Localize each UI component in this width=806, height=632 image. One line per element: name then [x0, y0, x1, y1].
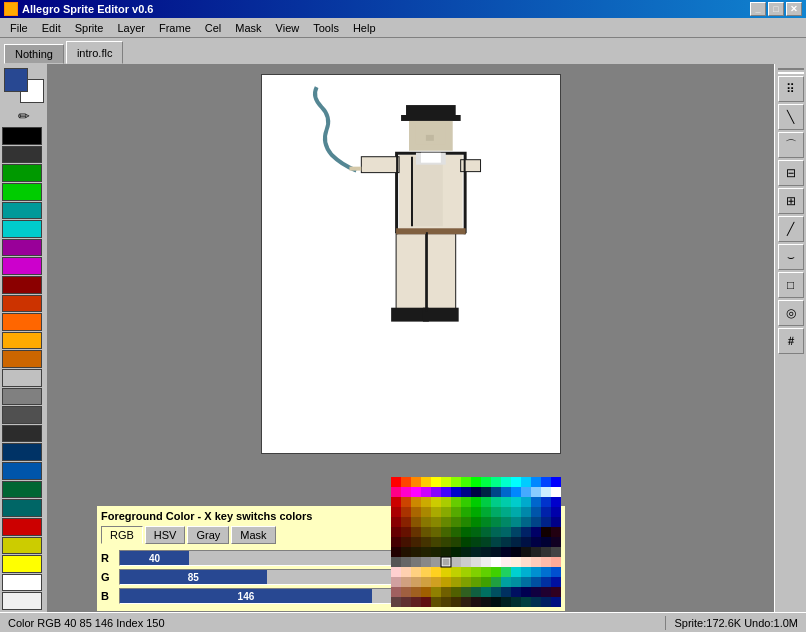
palette-color-19[interactable]: [2, 481, 42, 499]
menu-item-view[interactable]: View: [270, 20, 306, 36]
menu-item-frame[interactable]: Frame: [153, 20, 197, 36]
palette-color-5[interactable]: [2, 220, 42, 238]
color-tabs: RGBHSVGrayMask: [101, 526, 276, 544]
tab-0[interactable]: Nothing: [4, 44, 64, 64]
palette-color-12[interactable]: [2, 350, 42, 368]
palette-color-20[interactable]: [2, 499, 42, 517]
palette-color-15[interactable]: [2, 406, 42, 424]
menu-item-mask[interactable]: Mask: [229, 20, 267, 36]
tool-arc[interactable]: ⌣: [778, 244, 804, 270]
menu-item-help[interactable]: Help: [347, 20, 382, 36]
palette-color-2[interactable]: [2, 164, 42, 182]
palette-color-14[interactable]: [2, 388, 42, 406]
svg-rect-23: [426, 232, 428, 311]
svg-rect-8: [413, 157, 443, 227]
color-tab-rgb[interactable]: RGB: [101, 526, 143, 544]
palette-color-21[interactable]: [2, 518, 42, 536]
palette-color-0[interactable]: [2, 127, 42, 145]
status-right: Sprite:172.6K Undo:1.0M: [674, 617, 798, 629]
minimize-button[interactable]: _: [750, 2, 766, 16]
svg-rect-20: [396, 228, 466, 234]
app-title: Allegro Sprite Editor v0.6: [22, 3, 153, 15]
title-bar: Allegro Sprite Editor v0.6 _ □ ✕: [0, 0, 806, 18]
palette-color-1[interactable]: [2, 146, 42, 164]
color-editor: Foreground Color - X key switchs colors …: [96, 504, 566, 612]
svg-rect-11: [396, 232, 426, 311]
palette-color-17[interactable]: [2, 443, 42, 461]
app-icon: [4, 2, 18, 16]
svg-rect-16: [396, 153, 398, 234]
tab-bar: Nothingintro.flc: [0, 38, 806, 64]
svg-rect-14: [423, 308, 459, 322]
tool-save[interactable]: ⊟: [778, 160, 804, 186]
color-palette: ✏: [0, 64, 48, 612]
svg-rect-1: [401, 115, 461, 121]
tool-rect[interactable]: □: [778, 272, 804, 298]
color-tab-gray[interactable]: Gray: [187, 526, 229, 544]
palette-color-16[interactable]: [2, 425, 42, 443]
tool-expand[interactable]: ⊞: [778, 188, 804, 214]
palette-color-22[interactable]: [2, 537, 42, 555]
foreground-color-box[interactable]: [4, 68, 28, 92]
palette-color-7[interactable]: [2, 257, 42, 275]
menu-item-file[interactable]: File: [4, 20, 34, 36]
main-area: ✏: [0, 64, 806, 612]
svg-rect-22: [421, 153, 441, 163]
maximize-button[interactable]: □: [768, 2, 784, 16]
menu-item-sprite[interactable]: Sprite: [69, 20, 110, 36]
window-controls: _ □ ✕: [750, 2, 802, 16]
color-tab-hsv[interactable]: HSV: [145, 526, 186, 544]
svg-rect-7: [411, 157, 413, 227]
svg-rect-12: [426, 232, 456, 311]
svg-rect-17: [464, 153, 466, 234]
close-button[interactable]: ✕: [786, 2, 802, 16]
tool-select[interactable]: ⠿: [778, 76, 804, 102]
right-toolbar: ⠿╲⌒⊟⊞╱⌣□◎＃: [774, 64, 806, 612]
channel-label-g: G: [101, 571, 115, 583]
resize-handle: [778, 68, 804, 74]
palette-color-9[interactable]: [2, 295, 42, 313]
palette-color-10[interactable]: [2, 313, 42, 331]
tool-spray[interactable]: ◎: [778, 300, 804, 326]
color-grid[interactable]: [391, 477, 561, 607]
svg-rect-4: [426, 135, 434, 141]
eyedropper-area[interactable]: ✏: [4, 108, 43, 124]
palette-color-23[interactable]: [2, 555, 42, 573]
palette-color-8[interactable]: [2, 276, 42, 294]
color-tab-mask[interactable]: Mask: [231, 526, 275, 544]
menu-item-tools[interactable]: Tools: [307, 20, 345, 36]
tool-grid[interactable]: ＃: [778, 328, 804, 354]
palette-color-6[interactable]: [2, 239, 42, 257]
channel-label-r: R: [101, 552, 115, 564]
tab-1[interactable]: intro.flc: [66, 41, 123, 64]
palette-color-11[interactable]: [2, 332, 42, 350]
tool-line[interactable]: ╲: [778, 104, 804, 130]
palette-color-4[interactable]: [2, 202, 42, 220]
fg-bg-colors: [4, 68, 44, 103]
status-bar: Color RGB 40 85 146 Index 150 Sprite:172…: [0, 612, 806, 632]
palette-color-3[interactable]: [2, 183, 42, 201]
status-divider: [665, 616, 666, 630]
channel-label-b: B: [101, 590, 115, 602]
palette-color-24[interactable]: [2, 574, 42, 592]
menu-bar: FileEditSpriteLayerFrameCelMaskViewTools…: [0, 18, 806, 38]
sprite-canvas[interactable]: [261, 74, 561, 454]
menu-item-cel[interactable]: Cel: [199, 20, 228, 36]
tool-curve[interactable]: ⌒: [778, 132, 804, 158]
palette-color-25[interactable]: [2, 592, 42, 610]
status-left: Color RGB 40 85 146 Index 150: [8, 617, 657, 629]
menu-item-edit[interactable]: Edit: [36, 20, 67, 36]
svg-rect-9: [361, 157, 399, 173]
svg-rect-15: [349, 167, 361, 171]
canvas-area: Foreground Color - X key switchs colors …: [48, 64, 774, 612]
palette-color-13[interactable]: [2, 369, 42, 387]
tool-pen[interactable]: ╱: [778, 216, 804, 242]
menu-item-layer[interactable]: Layer: [111, 20, 151, 36]
palette-color-18[interactable]: [2, 462, 42, 480]
